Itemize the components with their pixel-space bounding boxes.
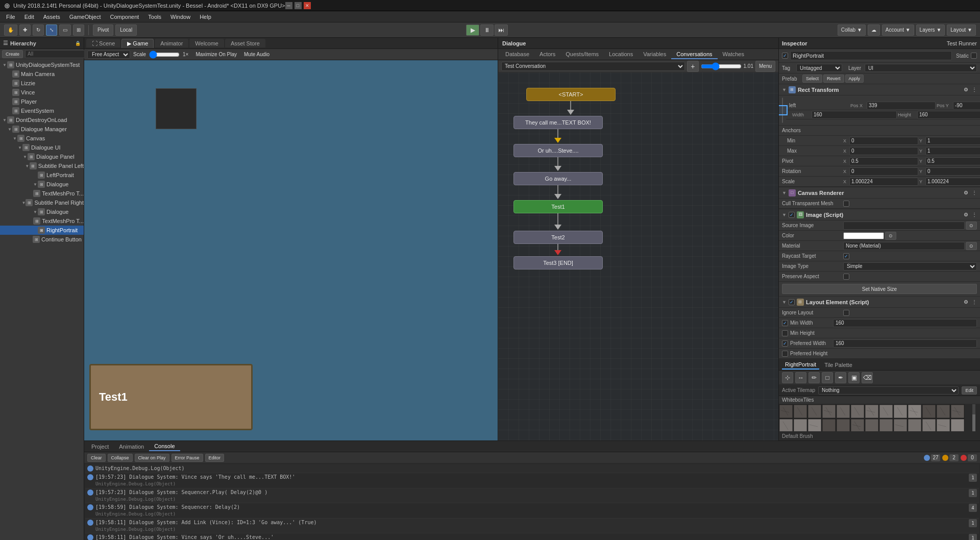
layer-select[interactable]: UI: [865, 64, 977, 72]
canvas-more-icon[interactable]: ⋮: [972, 190, 977, 195]
error-pause-button[interactable]: Error Pause: [172, 454, 203, 462]
zoom-slider[interactable]: [701, 62, 742, 70]
play-button[interactable]: ▶: [466, 24, 479, 36]
console-content[interactable]: UnityEngine.Debug.Log(Object)[19:57:23] …: [84, 463, 980, 540]
start-node[interactable]: <START>: [526, 88, 616, 101]
tile-palette-tab[interactable]: Tile Palette: [821, 361, 855, 369]
hierarchy-item-8[interactable]: ▼⊞Canvas: [0, 134, 84, 143]
hierarchy-item-4[interactable]: ⊞Player: [0, 97, 84, 106]
tool-rotate[interactable]: ↻: [33, 24, 44, 36]
tag-select[interactable]: Untagged: [796, 64, 842, 72]
max-y-field[interactable]: [925, 147, 980, 155]
raycast-checkbox[interactable]: [843, 253, 849, 259]
preserve-checkbox[interactable]: [843, 274, 849, 280]
minimize-button[interactable]: ─: [285, 2, 292, 9]
tile-picker-tool[interactable]: ✒: [835, 372, 846, 383]
hierarchy-item-13[interactable]: ▼⊞Dialogue: [0, 180, 84, 189]
rot-x-field[interactable]: [849, 167, 918, 176]
tool-scale[interactable]: ⤡: [46, 24, 57, 36]
layers-button[interactable]: Layers ▼: [916, 24, 945, 36]
hierarchy-item-10[interactable]: ▼⊞Dialogue Panel: [0, 152, 84, 161]
min-width-toggle[interactable]: [782, 320, 788, 326]
hierarchy-item-6[interactable]: ▼⊞DontDestroyOnLoad: [0, 115, 84, 125]
tab-scene[interactable]: ⛶ Scene: [86, 39, 120, 47]
tile-box-tool[interactable]: □: [822, 372, 833, 383]
collapse-button[interactable]: Collapse: [108, 454, 133, 462]
layout-more-icon[interactable]: ⋮: [972, 299, 977, 305]
hierarchy-item-12[interactable]: ⊞LeftPortrait: [0, 170, 84, 180]
pos-x-field[interactable]: [867, 102, 936, 110]
console-line-3[interactable]: [19:58:59] Dialogue System: Sequencer: D…: [85, 503, 979, 519]
menu-help[interactable]: Help: [195, 13, 215, 21]
tile-select-tool[interactable]: ⊹: [782, 372, 793, 383]
pref-width-toggle[interactable]: [782, 340, 788, 347]
static-checkbox[interactable]: [971, 53, 977, 59]
hierarchy-item-0[interactable]: ▼⊞UnityDialogueSystemTest: [0, 60, 84, 69]
edit-tilemap-button[interactable]: Edit: [962, 386, 977, 395]
max-x-field[interactable]: [849, 147, 918, 155]
tab-game[interactable]: ▶ Game: [121, 39, 154, 48]
hierarchy-item-11[interactable]: ▼⊞Subtitle Panel Left: [0, 161, 84, 170]
rot-y-field[interactable]: [925, 167, 980, 176]
tool-move[interactable]: ✚: [19, 24, 31, 36]
source-image-picker[interactable]: ⊙: [966, 222, 977, 230]
right-portrait-tab[interactable]: RightPortrait: [782, 360, 819, 370]
active-tilemap-select[interactable]: Nothing: [818, 386, 959, 395]
text-node-3[interactable]: Test2: [513, 231, 603, 244]
material-field[interactable]: [843, 242, 965, 250]
pref-width-field[interactable]: [833, 339, 977, 348]
image-more-icon[interactable]: ⋮: [972, 212, 977, 217]
console-line-0[interactable]: UnityEngine.Debug.Log(Object): [85, 464, 979, 473]
tab-animation[interactable]: Animation: [114, 443, 149, 451]
menu-assets[interactable]: Assets: [39, 13, 64, 21]
test-runner-tab[interactable]: Test Runner: [947, 40, 977, 46]
color-swatch[interactable]: [843, 232, 884, 239]
height-field[interactable]: [917, 111, 980, 119]
hierarchy-item-15[interactable]: ▼⊞Subtitle Panel Right: [0, 198, 84, 207]
tile-erase-tool[interactable]: ⌫: [862, 372, 873, 383]
menu-edit[interactable]: Edit: [20, 13, 38, 21]
menu-window[interactable]: Window: [166, 13, 194, 21]
menu-component[interactable]: Component: [106, 13, 143, 21]
text-node-2[interactable]: Go away...: [513, 172, 603, 185]
dialogue-node-graph[interactable]: <START>They call me...TEXT BOX!Or uh....…: [498, 72, 778, 440]
menu-file[interactable]: File: [2, 13, 19, 21]
pivot-y-field[interactable]: [925, 157, 980, 165]
clear-on-play-button[interactable]: Clear on Play: [135, 454, 169, 462]
menu-gameobject[interactable]: GameObject: [65, 13, 105, 21]
min-x-field[interactable]: [849, 137, 918, 145]
ignore-layout-checkbox[interactable]: [843, 310, 849, 316]
hierarchy-item-3[interactable]: ⊞Vince: [0, 88, 84, 97]
hierarchy-lock[interactable]: 🔒: [75, 41, 81, 46]
tool-rect[interactable]: ▭: [59, 24, 71, 36]
scale-slider[interactable]: [149, 51, 180, 59]
local-button[interactable]: Local: [115, 24, 137, 36]
tab-project[interactable]: Project: [86, 443, 114, 451]
choice-node-1[interactable]: Or uh....Steve....: [513, 144, 603, 157]
min-width-field[interactable]: [833, 319, 977, 327]
min-height-toggle[interactable]: [782, 330, 788, 336]
width-field[interactable]: [812, 111, 897, 119]
game-view[interactable]: Test1: [84, 60, 498, 440]
clear-button[interactable]: Clear: [87, 454, 106, 462]
hierarchy-item-19[interactable]: ⊞Continue Button: [0, 235, 84, 244]
aspect-select[interactable]: Free Aspect: [87, 51, 130, 59]
hierarchy-item-17[interactable]: ⊞TextMeshPro T...: [0, 216, 84, 226]
add-node-button[interactable]: +: [687, 61, 698, 72]
collab-button[interactable]: Collab ▼: [838, 24, 866, 36]
select-button[interactable]: Select: [802, 75, 822, 83]
conversation-select[interactable]: Test Conversation: [501, 62, 685, 71]
tile-fill-tool[interactable]: ▣: [848, 372, 860, 383]
revert-button[interactable]: Revert: [823, 75, 844, 83]
dialogue-tab-locations[interactable]: Locations: [604, 50, 638, 59]
image-type-select[interactable]: Simple: [843, 262, 977, 271]
account-button[interactable]: Account ▼: [882, 24, 914, 36]
scale-x-field[interactable]: [849, 178, 918, 186]
text-node-1[interactable]: They call me...TEXT BOX!: [513, 116, 603, 129]
image-enabled-toggle[interactable]: [789, 212, 795, 218]
pivot-button[interactable]: Pivot: [93, 24, 113, 36]
end-node[interactable]: Test3 [END]: [513, 256, 603, 269]
hierarchy-item-5[interactable]: ⊞EventSystem: [0, 106, 84, 115]
tile-move-tool[interactable]: ↔: [795, 372, 806, 383]
dialogue-tab-variables[interactable]: Variables: [638, 50, 671, 59]
